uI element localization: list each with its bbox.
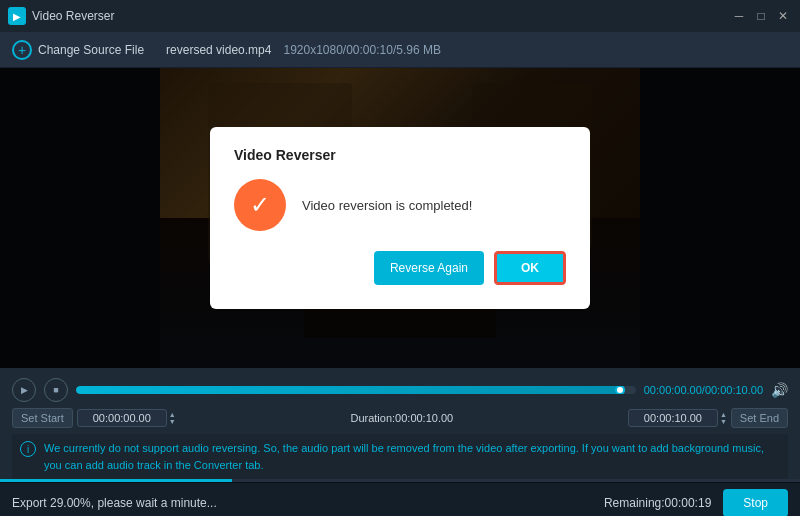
stop-export-button[interactable]: Stop (723, 489, 788, 517)
success-icon: ✓ (234, 179, 286, 231)
controls-area: ▶ ■ 00:00:00.00/00:00:10.00 🔊 Set Start … (0, 368, 800, 479)
dialog-message: Video reversion is completed! (302, 198, 472, 213)
dialog-body: ✓ Video reversion is completed! (234, 179, 566, 231)
end-time-spinner[interactable]: ▲ ▼ (720, 411, 727, 425)
set-start-button[interactable]: Set Start (12, 408, 73, 428)
duration-label: Duration:00:00:10.00 (180, 412, 624, 424)
timeline-row: ▶ ■ 00:00:00.00/00:00:10.00 🔊 (12, 374, 788, 406)
dialog-buttons: Reverse Again OK (234, 251, 566, 285)
timeline-thumb[interactable] (615, 386, 625, 394)
dialog-title: Video Reverser (234, 147, 566, 163)
checkmark-icon: ✓ (250, 191, 270, 219)
ok-button[interactable]: OK (494, 251, 566, 285)
start-time-spinner[interactable]: ▲ ▼ (169, 411, 176, 425)
minimize-button[interactable]: ─ (730, 7, 748, 25)
export-status-text: Export 29.00%, please wait a minute... (12, 496, 592, 510)
end-spin-up-icon[interactable]: ▲ (720, 411, 727, 418)
spin-up-icon[interactable]: ▲ (169, 411, 176, 418)
add-icon: + (12, 40, 32, 60)
app-title: Video Reverser (32, 9, 115, 23)
close-button[interactable]: ✕ (774, 7, 792, 25)
maximize-button[interactable]: □ (752, 7, 770, 25)
info-bar: i We currently do not support audio reve… (12, 434, 788, 479)
set-end-button[interactable]: Set End (731, 408, 788, 428)
video-area: Video Reverser ✓ Video reversion is comp… (0, 68, 800, 368)
timeline-fill (76, 386, 625, 394)
change-source-button[interactable]: + Change Source File (12, 40, 144, 60)
export-progress-fill (0, 479, 232, 482)
stop-circle-button[interactable]: ■ (44, 378, 68, 402)
start-time-group: ▲ ▼ (77, 409, 176, 427)
file-details: 1920x1080/00:00:10/5.96 MB (283, 43, 440, 57)
end-spin-down-icon[interactable]: ▼ (720, 418, 727, 425)
volume-icon[interactable]: 🔊 (771, 382, 788, 398)
title-bar: ▶ Video Reverser ─ □ ✕ (0, 0, 800, 32)
completion-dialog: Video Reverser ✓ Video reversion is comp… (210, 127, 590, 309)
info-text: We currently do not support audio revers… (44, 440, 780, 473)
file-info: reversed video.mp4 1920x1080/00:00:10/5.… (166, 43, 441, 57)
export-bar: Export 29.00%, please wait a minute... R… (0, 482, 800, 516)
app-icon: ▶ (8, 7, 26, 25)
timeline-track[interactable] (76, 386, 636, 394)
time-display: 00:00:00.00/00:00:10.00 (644, 384, 763, 396)
toolbar: + Change Source File reversed video.mp4 … (0, 32, 800, 68)
info-icon: i (20, 441, 36, 457)
dialog-overlay: Video Reverser ✓ Video reversion is comp… (0, 68, 800, 368)
play-button[interactable]: ▶ (12, 378, 36, 402)
remaining-text: Remaining:00:00:19 (604, 496, 711, 510)
export-progress-bar (0, 479, 800, 482)
end-time-group: ▲ ▼ (628, 409, 727, 427)
file-name: reversed video.mp4 (166, 43, 271, 57)
duration-row: Set Start ▲ ▼ Duration:00:00:10.00 ▲ ▼ S… (12, 406, 788, 430)
start-time-input[interactable] (77, 409, 167, 427)
reverse-again-button[interactable]: Reverse Again (374, 251, 484, 285)
spin-down-icon[interactable]: ▼ (169, 418, 176, 425)
end-time-input[interactable] (628, 409, 718, 427)
window-controls: ─ □ ✕ (730, 7, 792, 25)
change-source-label: Change Source File (38, 43, 144, 57)
